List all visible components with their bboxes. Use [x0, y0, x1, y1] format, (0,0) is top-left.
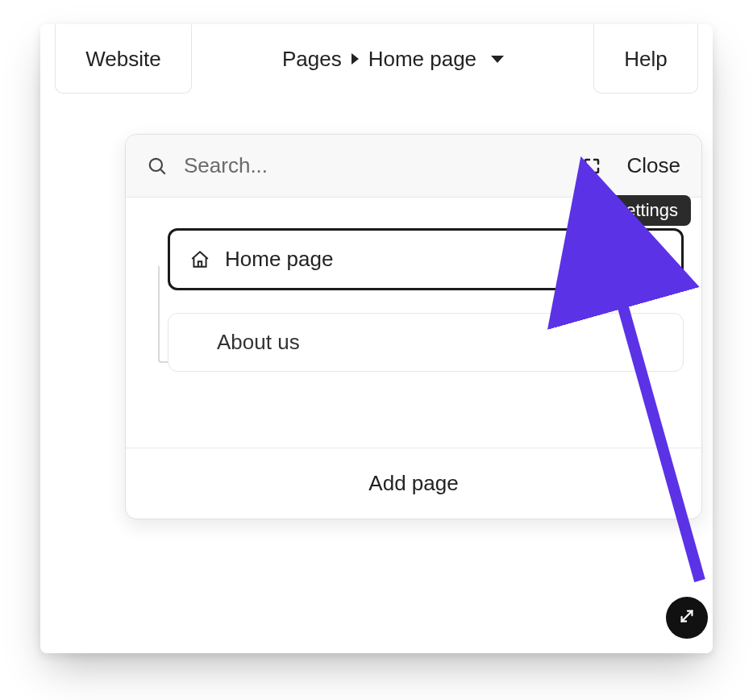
svg-line-1 [160, 169, 164, 173]
search-input[interactable] [182, 152, 568, 179]
settings-tooltip: Settings [601, 195, 692, 226]
chevron-right-icon [352, 53, 359, 65]
svg-line-5 [682, 611, 693, 622]
help-menu-label: Help [624, 47, 667, 72]
close-button[interactable]: Close [627, 153, 680, 178]
pages-breadcrumb[interactable]: Pages Home page [192, 24, 593, 94]
top-bar: Website Pages Home page Help [40, 24, 713, 94]
current-page-label: Home page [368, 47, 476, 72]
panel-body: Home page Settings About us [126, 198, 701, 448]
resize-fab[interactable] [666, 597, 708, 639]
website-menu-label: Website [85, 47, 160, 72]
help-menu[interactable]: Help [593, 24, 698, 94]
add-page-label: Add page [368, 471, 458, 495]
add-page-button[interactable]: Add page [126, 448, 701, 519]
svg-point-0 [150, 158, 162, 170]
svg-point-2 [649, 256, 655, 262]
website-menu[interactable]: Website [55, 24, 192, 94]
expand-icon[interactable] [582, 156, 601, 176]
panel-header: Close [126, 135, 701, 198]
pages-label: Pages [282, 47, 342, 72]
app-window: Website Pages Home page Help [40, 24, 713, 653]
page-row-about[interactable]: About us [168, 313, 684, 372]
pages-panel: Close Home page [125, 134, 702, 519]
page-row-home[interactable]: Home page Settings [168, 228, 684, 290]
search-icon [147, 156, 168, 177]
gear-icon[interactable] [641, 249, 662, 270]
resize-icon [678, 607, 696, 628]
page-row-label: Home page [225, 247, 333, 272]
chevron-down-icon [491, 56, 504, 63]
page-row-label: About us [217, 330, 300, 355]
home-icon [189, 249, 210, 270]
